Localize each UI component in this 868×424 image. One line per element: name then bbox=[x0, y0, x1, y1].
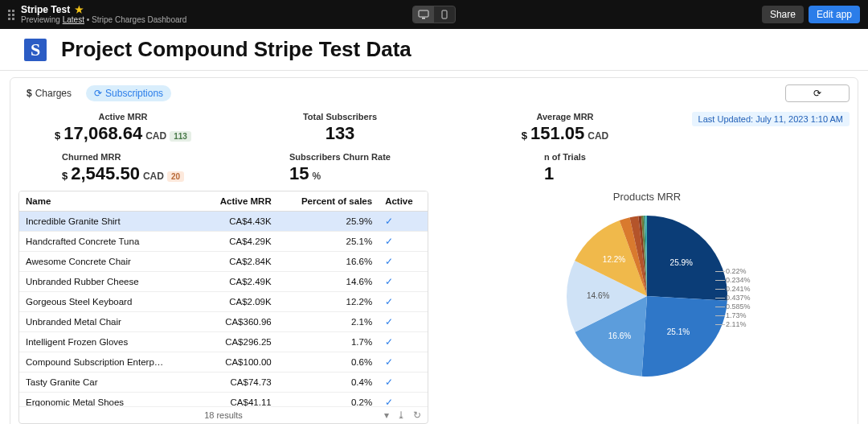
drag-handle-icon[interactable] bbox=[8, 10, 14, 20]
cell-name: Ergonomic Metal Shoes bbox=[19, 393, 201, 407]
pie-external-label: 0.585% bbox=[726, 303, 751, 311]
churn-rate-value: 15 bbox=[289, 163, 309, 184]
check-icon: ✓ bbox=[385, 237, 393, 246]
share-button[interactable]: Share bbox=[762, 6, 804, 23]
cell-mrr: CA$4.43K bbox=[201, 212, 278, 232]
table-row[interactable]: Intelligent Frozen GlovesCA$296.251.7%✓ bbox=[19, 332, 428, 352]
tab-subscriptions[interactable]: ⟳ Subscriptions bbox=[86, 85, 171, 101]
preview-version-link[interactable]: Latest bbox=[63, 15, 84, 24]
check-icon: ✓ bbox=[385, 337, 393, 347]
col-pct[interactable]: Percent of sales bbox=[278, 191, 379, 212]
refresh-button[interactable]: ⟳ bbox=[785, 84, 850, 102]
pie-external-label: 0.241% bbox=[726, 285, 751, 293]
reload-icon[interactable]: ↻ bbox=[413, 410, 421, 421]
cell-active: ✓ bbox=[379, 212, 428, 232]
avg-mrr-value: 151.05 bbox=[530, 123, 584, 144]
active-mrr-currency: CAD bbox=[145, 130, 166, 142]
table-row[interactable]: Handcrafted Concrete TunaCA$4.29K25.1%✓ bbox=[19, 232, 428, 252]
currency-icon: $ bbox=[27, 88, 32, 99]
desktop-preview-icon[interactable] bbox=[413, 6, 434, 23]
cell-name: Unbranded Rubber Cheese bbox=[19, 272, 201, 292]
cell-pct: 2.1% bbox=[278, 312, 379, 332]
pie-slice-label: 25.9% bbox=[670, 258, 693, 267]
check-icon: ✓ bbox=[385, 317, 393, 327]
mobile-preview-icon[interactable] bbox=[434, 6, 455, 23]
check-icon: ✓ bbox=[385, 216, 393, 226]
app-logo: S bbox=[24, 39, 47, 61]
avg-mrr-label: Average MRR bbox=[536, 112, 593, 121]
col-active[interactable]: Active bbox=[379, 191, 428, 212]
churned-mrr-badge: 20 bbox=[167, 171, 184, 182]
star-icon[interactable]: ★ bbox=[75, 4, 84, 15]
cell-name: Awesome Concrete Chair bbox=[19, 252, 201, 272]
active-mrr-badge: 113 bbox=[170, 131, 191, 142]
tab-charges[interactable]: $ Charges bbox=[18, 85, 80, 101]
cell-mrr: CA$41.11 bbox=[201, 393, 278, 407]
cell-mrr: CA$2.49K bbox=[201, 272, 278, 292]
cell-pct: 16.6% bbox=[278, 252, 379, 272]
app-name: Stripe Test bbox=[21, 4, 70, 15]
table-row[interactable]: Awesome Concrete ChairCA$2.84K16.6%✓ bbox=[19, 252, 428, 272]
page-title: Project Compound Stripe Test Data bbox=[61, 37, 411, 62]
pie-slice[interactable] bbox=[642, 296, 727, 377]
cell-active: ✓ bbox=[379, 393, 428, 407]
table-row[interactable]: Unbranded Rubber CheeseCA$2.49K14.6%✓ bbox=[19, 272, 428, 292]
cell-mrr: CA$100.00 bbox=[201, 352, 278, 373]
pie-external-label: 2.11% bbox=[726, 320, 747, 328]
churned-mrr-label: Churned MRR bbox=[62, 152, 184, 162]
pie-slice-label: 12.2% bbox=[603, 255, 625, 264]
edit-app-button[interactable]: Edit app bbox=[809, 6, 860, 23]
filter-icon[interactable]: ▾ bbox=[384, 410, 389, 421]
cell-pct: 0.2% bbox=[278, 393, 379, 407]
total-subs-value: 133 bbox=[326, 123, 355, 144]
trials-value: 1 bbox=[544, 163, 554, 184]
cell-name: Intelligent Frozen Gloves bbox=[19, 332, 201, 352]
cell-name: Tasty Granite Car bbox=[19, 373, 201, 393]
cell-pct: 0.6% bbox=[278, 352, 379, 373]
cell-active: ✓ bbox=[379, 232, 428, 252]
col-name[interactable]: Name bbox=[19, 191, 201, 212]
check-icon: ✓ bbox=[385, 297, 393, 307]
check-icon: ✓ bbox=[385, 277, 393, 286]
cell-mrr: CA$2.09K bbox=[201, 292, 278, 312]
check-icon: ✓ bbox=[385, 397, 393, 406]
cell-pct: 12.2% bbox=[278, 292, 379, 312]
table-result-count: 18 results bbox=[204, 410, 243, 420]
active-mrr-label: Active MRR bbox=[98, 112, 147, 121]
cell-active: ✓ bbox=[379, 352, 428, 373]
svg-rect-0 bbox=[419, 10, 428, 17]
table-row[interactable]: Gorgeous Steel KeyboardCA$2.09K12.2%✓ bbox=[19, 292, 428, 312]
svg-rect-1 bbox=[422, 18, 425, 19]
svg-rect-2 bbox=[442, 10, 447, 19]
pie-external-label: 1.73% bbox=[726, 311, 747, 319]
cell-name: Gorgeous Steel Keyboard bbox=[19, 292, 201, 312]
pie-slice-label: 16.6% bbox=[608, 331, 631, 340]
table-row[interactable]: Ergonomic Metal ShoesCA$41.110.2%✓ bbox=[19, 393, 428, 407]
refresh-icon: ⟳ bbox=[813, 88, 821, 99]
table-header-row: Name Active MRR Percent of sales Active bbox=[19, 191, 428, 212]
cell-pct: 1.7% bbox=[278, 332, 379, 352]
trials-label: n of Trials bbox=[544, 152, 586, 162]
table-row[interactable]: Compound Subscription Enterp…CA$100.000.… bbox=[19, 352, 428, 373]
cell-pct: 25.9% bbox=[278, 212, 379, 232]
cell-active: ✓ bbox=[379, 312, 428, 332]
cell-active: ✓ bbox=[379, 373, 428, 393]
cell-name: Handcrafted Concrete Tuna bbox=[19, 232, 201, 252]
breadcrumb-suffix: • Stripe Charges Dashboard bbox=[84, 15, 186, 24]
table-row[interactable]: Incredible Granite ShirtCA$4.43K25.9%✓ bbox=[19, 212, 428, 232]
pie-external-label: 0.437% bbox=[726, 294, 751, 302]
cell-mrr: CA$360.96 bbox=[201, 312, 278, 332]
cell-pct: 14.6% bbox=[278, 272, 379, 292]
col-mrr[interactable]: Active MRR bbox=[201, 191, 278, 212]
cell-name: Compound Subscription Enterp… bbox=[19, 352, 201, 373]
pie-external-label: 0.234% bbox=[726, 276, 751, 284]
cell-active: ✓ bbox=[379, 332, 428, 352]
pie-chart-svg bbox=[559, 208, 735, 385]
table-row[interactable]: Tasty Granite CarCA$74.730.4%✓ bbox=[19, 373, 428, 393]
churned-mrr-value: 2,545.50 bbox=[71, 163, 140, 184]
app-topbar: Stripe Test ★ Previewing Latest • Stripe… bbox=[0, 0, 868, 29]
churn-rate-label: Subscribers Churn Rate bbox=[289, 152, 391, 162]
download-icon[interactable]: ⤓ bbox=[397, 410, 405, 421]
cell-name: Unbranded Metal Chair bbox=[19, 312, 201, 332]
table-row[interactable]: Unbranded Metal ChairCA$360.962.1%✓ bbox=[19, 312, 428, 332]
